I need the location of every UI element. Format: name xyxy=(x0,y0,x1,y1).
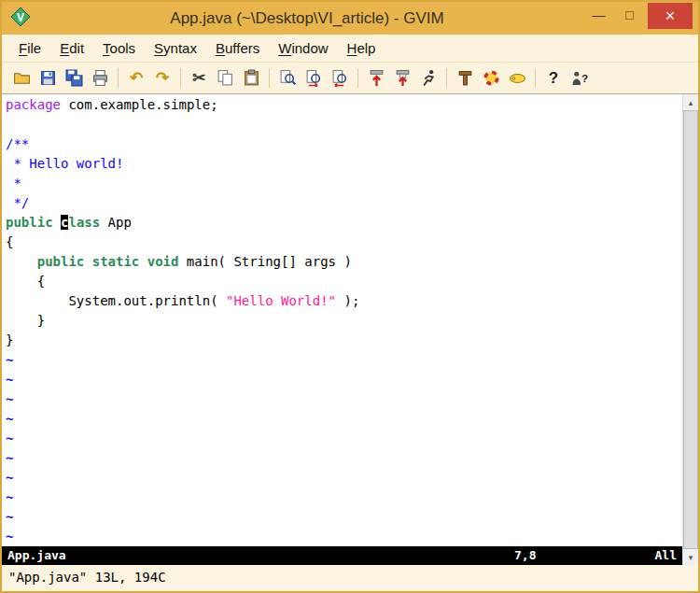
run-script-icon xyxy=(420,69,438,87)
menu-item-window[interactable]: Window xyxy=(269,36,337,60)
code-line: package com.example.simple; xyxy=(6,95,679,115)
undo-button[interactable]: ↶ xyxy=(123,65,149,91)
paste-button[interactable] xyxy=(238,65,264,91)
code-line: { xyxy=(6,233,679,252)
replace-button[interactable] xyxy=(274,65,301,91)
gvim-window: V App.java (~\Desktop\VI_article) - GVIM… xyxy=(0,0,700,593)
code-line: } xyxy=(6,311,679,331)
open-icon xyxy=(13,69,31,87)
tilde-row: ~ xyxy=(6,507,679,527)
code-line: * xyxy=(6,174,679,193)
code-line: System.out.println( "Hello World!" ); xyxy=(6,291,679,311)
menu-item-edit[interactable]: Edit xyxy=(50,36,93,60)
menu-item-tools[interactable]: Tools xyxy=(93,36,145,60)
title-bar: V App.java (~\Desktop\VI_article) - GVIM… xyxy=(2,2,698,35)
svg-text:V: V xyxy=(17,10,24,23)
find-help-button[interactable]: ? xyxy=(567,65,593,91)
menu-item-buffers[interactable]: Buffers xyxy=(206,36,269,60)
menu-item-syntax[interactable]: Syntax xyxy=(145,36,206,60)
jump-tag-icon xyxy=(509,69,526,87)
toolbar-separator xyxy=(180,68,181,88)
code-line: */ xyxy=(6,193,679,213)
editor-main: package com.example.simple; /** * Hello … xyxy=(2,93,698,565)
build-tags-icon xyxy=(483,69,500,87)
code-line: { xyxy=(6,272,679,291)
save-all-icon xyxy=(65,69,83,87)
save-session-icon xyxy=(394,69,412,87)
load-session-button[interactable] xyxy=(363,65,389,91)
replace-icon xyxy=(279,69,297,87)
toolbar-separator xyxy=(446,68,447,88)
code-line: public static void main( String[] args ) xyxy=(6,252,679,272)
cut-icon: ✂ xyxy=(192,70,205,86)
toolbar-separator xyxy=(357,68,358,88)
print-icon xyxy=(91,69,109,87)
tilde-row: ~ xyxy=(6,468,679,487)
make-button[interactable] xyxy=(452,65,478,91)
tilde-row: ~ xyxy=(6,448,679,468)
scroll-indicator: All xyxy=(636,546,677,565)
undo-icon: ↶ xyxy=(130,70,143,86)
find-help-icon: ? xyxy=(571,69,589,87)
window-title: App.java (~\Desktop\VI_article) - GVIM xyxy=(31,9,583,28)
cursor-position: 7,8 xyxy=(514,546,636,565)
redo-button[interactable]: ↷ xyxy=(149,65,175,91)
load-session-icon xyxy=(368,69,385,87)
tilde-row: ~ xyxy=(6,527,679,546)
build-tags-button[interactable] xyxy=(478,65,504,91)
code-line xyxy=(6,115,679,134)
copy-icon xyxy=(217,69,234,87)
toolbar: ↶↷✂?? xyxy=(2,63,698,93)
tilde-row: ~ xyxy=(6,370,679,389)
help-icon: ? xyxy=(549,70,558,86)
open-button[interactable] xyxy=(8,65,35,91)
vim-logo-icon: V xyxy=(10,7,31,31)
tilde-row: ~ xyxy=(6,389,679,409)
print-button[interactable] xyxy=(87,65,113,91)
tilde-row: ~ xyxy=(6,409,679,429)
tilde-row: ~ xyxy=(6,350,679,370)
scrollbar-thumb[interactable] xyxy=(683,110,698,549)
save-icon xyxy=(39,69,57,87)
find-prev-icon xyxy=(331,69,349,87)
save-session-button[interactable] xyxy=(389,65,415,91)
toolbar-separator xyxy=(535,68,536,88)
editor-text-area[interactable]: package com.example.simple; /** * Hello … xyxy=(2,94,698,546)
cut-button[interactable]: ✂ xyxy=(186,65,212,91)
scroll-down-button[interactable]: ▾ xyxy=(683,549,698,565)
code-line: /** xyxy=(6,134,679,154)
toolbar-separator xyxy=(269,68,270,88)
tilde-row: ~ xyxy=(6,487,679,507)
tilde-row: ~ xyxy=(6,429,679,448)
copy-button[interactable] xyxy=(212,65,238,91)
scrollbar: ▴ ▾ xyxy=(682,94,698,565)
window-controls: — □ × xyxy=(583,2,698,35)
svg-text:?: ? xyxy=(581,72,588,84)
status-filename: App.java xyxy=(7,546,514,565)
menu-item-file[interactable]: File xyxy=(9,36,50,60)
scroll-up-button[interactable]: ▴ xyxy=(683,94,698,110)
paste-icon xyxy=(243,69,260,87)
maximize-button[interactable]: □ xyxy=(614,2,645,28)
code-line: * Hello world! xyxy=(6,154,679,174)
menu-item-help[interactable]: Help xyxy=(338,36,385,60)
help-button[interactable]: ? xyxy=(540,65,567,91)
find-prev-button[interactable] xyxy=(327,65,353,91)
command-line: "App.java" 13L, 194C xyxy=(2,565,698,591)
make-icon xyxy=(456,69,474,87)
code-line: public class App xyxy=(6,213,679,233)
save-all-button[interactable] xyxy=(61,65,87,91)
redo-icon: ↷ xyxy=(156,70,169,86)
status-line: App.java 7,8 All xyxy=(2,546,682,565)
toolbar-separator xyxy=(118,68,119,88)
find-next-icon xyxy=(305,69,323,87)
jump-tag-button[interactable] xyxy=(504,65,530,91)
run-script-button[interactable] xyxy=(415,65,441,91)
minimize-button[interactable]: — xyxy=(583,2,614,28)
find-next-button[interactable] xyxy=(301,65,327,91)
code-line: } xyxy=(6,331,679,350)
menu-bar: FileEditToolsSyntaxBuffersWindowHelp xyxy=(2,35,698,63)
close-button[interactable]: × xyxy=(648,3,693,29)
save-button[interactable] xyxy=(35,65,61,91)
